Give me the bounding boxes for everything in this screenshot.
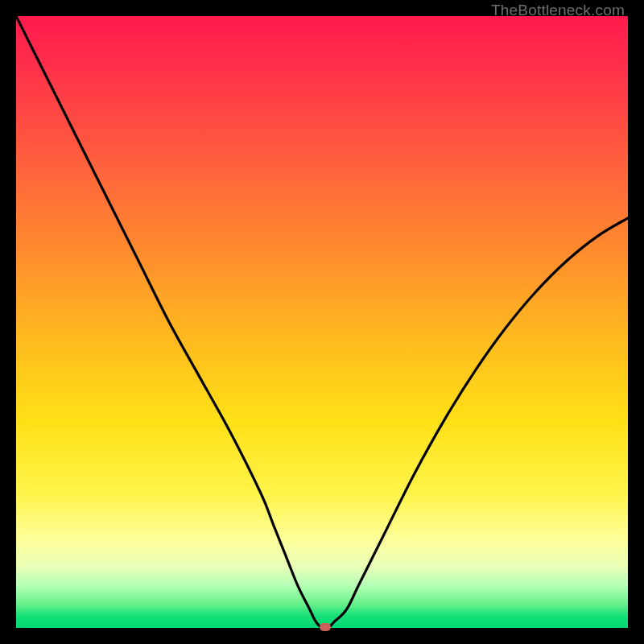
bottleneck-curve [16,16,628,628]
plot-area [16,16,628,628]
curve-path [16,16,628,629]
chart-frame: TheBottleneck.com [0,0,644,644]
min-marker [320,623,331,631]
